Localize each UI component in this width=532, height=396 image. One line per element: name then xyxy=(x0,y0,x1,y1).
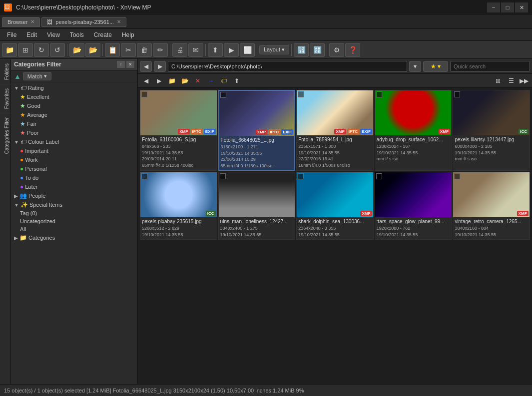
export-button[interactable]: ⬆ xyxy=(208,43,223,57)
ft-forward-btn[interactable]: ▶ xyxy=(153,75,165,86)
settings-button[interactable]: ⚙ xyxy=(329,43,344,57)
thumbnail-cell[interactable]: ICCpexels-lilartsy-1213447.jpg6000x4000 … xyxy=(453,90,530,171)
folder-new-button[interactable]: 📂 xyxy=(85,43,100,57)
special-icon: ✨ xyxy=(20,201,28,208)
sort-button[interactable]: 🔢 xyxy=(294,43,309,57)
compare-button[interactable]: ⬜ xyxy=(240,43,255,57)
badge-iptc: IPTC xyxy=(347,129,359,134)
ft-cut-btn[interactable]: ✕ xyxy=(192,75,204,86)
addr-dropdown-button[interactable]: ▾ xyxy=(409,61,421,72)
panel-close-btn[interactable]: ✕ xyxy=(126,61,134,68)
ft-list-btn[interactable]: ☰ xyxy=(505,75,517,86)
tree-categories[interactable]: ▶ 📁 Categories xyxy=(11,233,137,242)
favorites-tab[interactable]: Favorites xyxy=(0,84,11,113)
thumbnails-button[interactable]: ⊞ xyxy=(18,43,33,57)
panel-expand-btn[interactable]: ↑ xyxy=(117,61,125,68)
close-button[interactable]: ✕ xyxy=(515,2,528,12)
ft-new-folder-btn[interactable]: 📂 xyxy=(179,75,191,86)
folders-tab[interactable]: Folders xyxy=(0,59,11,84)
refresh-button[interactable]: ↻ xyxy=(34,43,49,57)
menu-help[interactable]: Help xyxy=(117,30,139,39)
menu-create[interactable]: Create xyxy=(89,30,117,39)
print-button[interactable]: 🖨 xyxy=(172,43,187,57)
delete-button[interactable]: 🗑 xyxy=(137,43,152,57)
thumbnail-checkbox[interactable] xyxy=(141,91,147,97)
address-bar[interactable]: C:\Users\pierre\Desktop\photo\photo\ xyxy=(168,61,407,72)
ft-back-btn[interactable]: ◀ xyxy=(140,75,152,86)
move-button[interactable]: ✂ xyxy=(121,43,136,57)
tree-special-items[interactable]: ▼ ✨ Special Items xyxy=(11,200,137,209)
thumbnail-checkbox[interactable] xyxy=(376,173,382,179)
tree-average[interactable]: ★ Average xyxy=(11,110,137,119)
tree-work[interactable]: ● Work xyxy=(11,155,137,164)
minimize-button[interactable]: − xyxy=(487,2,500,12)
thumbnail-checkbox[interactable] xyxy=(220,92,226,98)
ft-paste-btn[interactable]: → xyxy=(205,75,217,86)
quick-search-input[interactable] xyxy=(450,61,530,72)
thumbnail-cell[interactable]: XMPIPTCEXIFFotolia_66648025_L.jpg3150x21… xyxy=(218,90,296,171)
thumbnail-checkbox[interactable] xyxy=(454,173,460,179)
menu-tools[interactable]: Tools xyxy=(65,30,89,39)
tree-fair[interactable]: ★ Fair xyxy=(11,119,137,128)
menu-view[interactable]: View xyxy=(42,30,65,39)
categories-filter-tab[interactable]: Categories Filter xyxy=(0,113,11,158)
folder-up-button[interactable]: 📂 xyxy=(69,43,84,57)
tree-poor[interactable]: ★ Poor xyxy=(11,128,137,137)
tree-important[interactable]: ● Important xyxy=(11,146,137,155)
tree-good[interactable]: ★ Good xyxy=(11,101,137,110)
copy-button[interactable]: 📋 xyxy=(105,43,120,57)
thumbnail-cell[interactable]: XMPIPTCEXIFFotolia_63180006_S.jpg849x566… xyxy=(140,90,217,171)
refresh2-button[interactable]: ↺ xyxy=(50,43,65,57)
thumbnail-cell[interactable]: XMPshark_dolphin_sea_130036...2364x2048 … xyxy=(296,172,374,239)
thumbnail-cell[interactable]: ICCpexels-pixabay-235615.jpg5268x3512 - … xyxy=(140,172,217,239)
tree-excellent[interactable]: ★ Excellent xyxy=(11,92,137,101)
tab-image[interactable]: 🖼 pexels-pixabay-23561... ✕ xyxy=(41,17,126,27)
slideshow-button[interactable]: ▶ xyxy=(224,43,239,57)
thumbnail-checkbox[interactable] xyxy=(298,173,304,179)
thumbnail-checkbox[interactable] xyxy=(298,91,304,97)
match-button[interactable]: Match ▾ xyxy=(23,72,51,80)
open-folder-button[interactable]: 📁 xyxy=(2,43,17,57)
menu-edit[interactable]: Edit xyxy=(21,30,42,39)
tree-later[interactable]: ● Later xyxy=(11,182,137,191)
bookmarks-button[interactable]: ★ ▾ xyxy=(423,61,448,72)
thumbnail-cell[interactable]: uins_man_loneliness_12427...3840x2400 - … xyxy=(218,172,296,239)
back-button[interactable]: ◀ xyxy=(140,61,152,72)
tree-uncategorized[interactable]: Uncategorized xyxy=(11,217,137,225)
tab-browser[interactable]: Browser ✕ xyxy=(2,17,40,27)
tree-people[interactable]: ▶ 👥 People xyxy=(11,191,137,200)
tree-todo[interactable]: ● To do xyxy=(11,173,137,182)
tab-close-icon[interactable]: ✕ xyxy=(30,19,34,24)
forward-button[interactable]: ▶ xyxy=(154,61,166,72)
tree-all[interactable]: All xyxy=(11,225,137,233)
thumbnail-checkbox[interactable] xyxy=(141,173,147,179)
maximize-button[interactable]: □ xyxy=(501,2,514,12)
thumbnail-image: XMP xyxy=(297,172,373,217)
thumbnail-cell[interactable]: XMPIPTCEXIFFotolia_78599454_L.jpg2356x15… xyxy=(296,90,374,171)
thumbnail-checkbox[interactable] xyxy=(454,91,460,97)
tree-colour-label-text: Colour Label xyxy=(28,139,59,145)
thumbnail-cell[interactable]: :tars_space_glow_planet_99...1920x1080 -… xyxy=(375,172,452,239)
ft-folder-btn[interactable]: 📁 xyxy=(166,75,178,86)
tree-rating[interactable]: ▼ 🏷 Rating xyxy=(11,83,137,92)
tree-personal[interactable]: ● Personal xyxy=(11,164,137,173)
menu-file[interactable]: File xyxy=(2,30,21,39)
email-button[interactable]: ✉ xyxy=(188,43,203,57)
thumbnail-exif: mm f/ s iso xyxy=(377,156,450,162)
ft-delete-btn[interactable]: ⬆ xyxy=(231,75,243,86)
tree-colour-label[interactable]: ▼ 🏷 Colour Label xyxy=(11,137,137,146)
filter-button[interactable]: 🔠 xyxy=(310,43,325,57)
tab-close-icon2[interactable]: ✕ xyxy=(117,19,121,24)
tree-tag[interactable]: Tag (0) xyxy=(11,209,137,217)
thumbnail-dimensions: 3840x2400 - 1 275 xyxy=(220,225,294,232)
ft-grid-btn[interactable]: ⊞ xyxy=(492,75,504,86)
help-button[interactable]: ❓ xyxy=(345,43,360,57)
rename-button[interactable]: ✏ xyxy=(153,43,168,57)
thumbnail-cell[interactable]: XMPadybug_drop_surface_1062...1280x1024 … xyxy=(375,90,452,171)
layout-button[interactable]: Layout ▾ xyxy=(259,45,289,54)
thumbnail-cell[interactable]: XMPvintage_retro_camera_1265...3840x2160… xyxy=(453,172,530,239)
thumbnail-checkbox[interactable] xyxy=(220,173,226,179)
thumbnail-checkbox[interactable] xyxy=(376,91,382,97)
ft-scroll-right-btn[interactable]: ▶▶ xyxy=(518,75,530,86)
ft-rename-btn[interactable]: 🏷 xyxy=(218,75,230,86)
